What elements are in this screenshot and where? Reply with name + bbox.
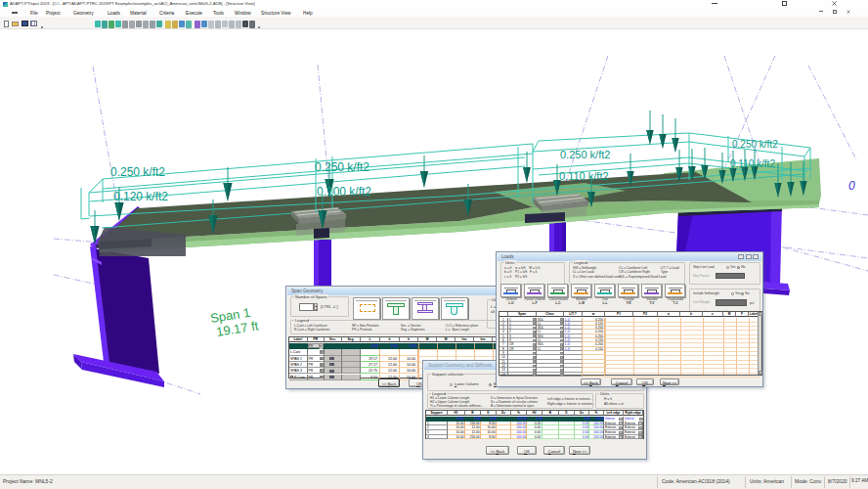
svg-text:0.120 k/ft2: 0.120 k/ft2 [113, 190, 168, 203]
svg-text:0: 0 [848, 179, 855, 193]
svg-text:0.100 k/ft2: 0.100 k/ft2 [317, 185, 371, 199]
svg-text:0.250 k/ft2: 0.250 k/ft2 [560, 149, 610, 160]
svg-text:0.250 k/ft2: 0.250 k/ft2 [110, 165, 165, 179]
svg-text:0.110 k/ft2: 0.110 k/ft2 [559, 170, 609, 182]
svg-text:0.250 k/ft2: 0.250 k/ft2 [315, 160, 369, 174]
svg-text:0.250 k/ft2: 0.250 k/ft2 [732, 139, 778, 150]
svg-text:0.110 k/ft2: 0.110 k/ft2 [730, 158, 775, 169]
